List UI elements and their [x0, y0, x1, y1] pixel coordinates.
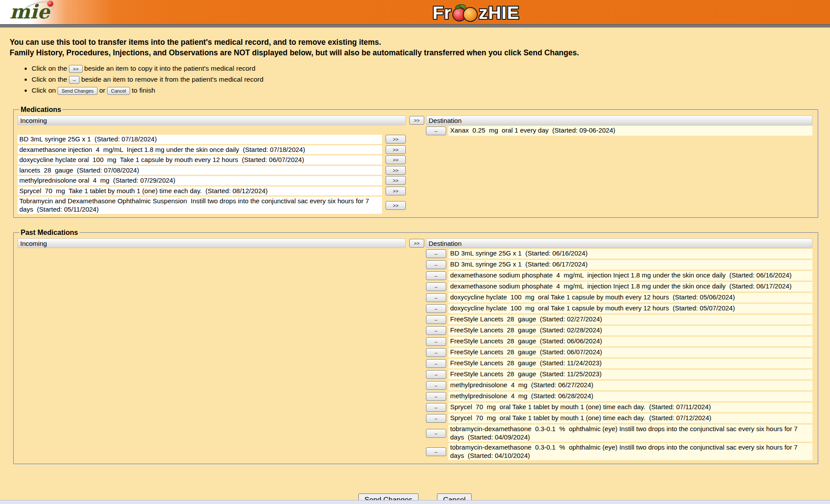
incoming-column-header: Incoming [18, 238, 406, 248]
remove-item-button-example[interactable]: – [69, 76, 79, 84]
medication-text: FreeStyle Lancets 28 gauge (Started: 11/… [448, 359, 812, 368]
destination-medication-row: – doxycycline hyclate 100 mg oral Take 1… [426, 293, 812, 302]
section-fieldset: Past Medications Incoming >> Destination… [13, 229, 819, 464]
froozhie-logo: Fr zHIE [433, 2, 520, 23]
medication-text: FreeStyle Lancets 28 gauge (Started: 11/… [448, 370, 812, 379]
destination-label: Destination [429, 240, 462, 247]
intro-text: You can use this tool to transfer items … [10, 37, 830, 58]
incoming-medication-row: dexamethasone injection 4 mg/mL Inject 1… [18, 145, 406, 155]
copy-item-button[interactable]: >> [386, 145, 406, 154]
section-column-headers: Incoming >> Destination [18, 238, 812, 248]
sections-container: Medications Incoming >> Destination BD 3… [0, 106, 830, 464]
destination-medication-row: – doxycycline hyclate 100 mg oral Take 1… [426, 304, 812, 313]
remove-item-button[interactable]: – [426, 249, 446, 258]
copy-item-button[interactable]: >> [386, 155, 406, 164]
instruction-text: to finish [132, 86, 155, 94]
remove-item-button[interactable]: – [426, 326, 446, 335]
remove-item-button[interactable]: – [426, 126, 446, 135]
medication-text: doxycycline hyclate 100 mg oral Take 1 c… [448, 304, 812, 313]
remove-item-button[interactable]: – [426, 381, 446, 390]
instruction-copy: Click on the>>beside an item to copy it … [32, 64, 830, 73]
section-columns: BD 3mL syringe 25G x 1 (Started: 07/18/2… [18, 126, 812, 214]
intro-line-1: You can use this tool to transfer items … [10, 37, 830, 47]
remove-item-button[interactable]: – [426, 392, 446, 401]
section-title: Medications [19, 106, 62, 114]
instruction-finish: Click onSend ChangesorCancelto finish [32, 86, 830, 95]
incoming-label: Incoming [20, 117, 47, 124]
copy-item-button[interactable]: >> [386, 187, 406, 195]
medication-text: tobramycin-dexamethasone 0.3-0.1 % ophth… [448, 443, 812, 460]
remove-item-button[interactable]: – [426, 447, 446, 456]
medication-text: BD 3mL syringe 25G x 1 (Started: 06/17/2… [448, 260, 812, 270]
incoming-medication-row: lancets 28 gauge (Started: 07/08/2024) >… [18, 166, 406, 175]
remove-item-button[interactable]: – [426, 429, 446, 438]
medication-text: doxycycline hyclate 100 mg oral Take 1 c… [448, 293, 812, 302]
remove-item-button[interactable]: – [426, 304, 446, 313]
cancel-button-example[interactable]: Cancel [107, 87, 130, 95]
copy-item-button[interactable]: >> [386, 166, 406, 175]
instruction-text: Click on [32, 86, 56, 94]
copy-all-button[interactable]: >> [409, 239, 424, 248]
medication-text: Tobramycin and Dexamethasone Ophthalmic … [18, 197, 382, 214]
instruction-text: Click on the [32, 76, 67, 83]
remove-item-button[interactable]: – [426, 414, 446, 423]
medication-text: FreeStyle Lancets 28 gauge (Started: 06/… [448, 348, 812, 357]
copy-item-button[interactable]: >> [386, 201, 406, 210]
destination-medication-row: – Xanax 0.25 mg oral 1 every day (Starte… [426, 126, 812, 136]
destination-medication-row: – methylprednisolone 4 mg (Started: 06/2… [426, 392, 812, 401]
instruction-text: or [99, 86, 105, 94]
medication-text: dexamethasone injection 4 mg/mL Inject 1… [18, 145, 382, 155]
medication-text: Sprycel 70 mg oral Take 1 tablet by mout… [448, 403, 812, 412]
medication-text: BD 3mL syringe 25G x 1 (Started: 06/16/2… [448, 249, 812, 259]
medication-text: doxycycline hyclate oral 100 mg Take 1 c… [18, 155, 382, 165]
medication-text: FreeStyle Lancets 28 gauge (Started: 02/… [448, 315, 812, 324]
incoming-column-header: Incoming [18, 115, 406, 125]
medication-text: dexamethasone sodium phosphate 4 mg/mL i… [448, 282, 812, 292]
remove-item-button[interactable]: – [426, 271, 446, 280]
medication-text: Sprycel 70 mg Take 1 tablet by mouth 1 (… [18, 187, 382, 196]
remove-item-button[interactable]: – [426, 403, 446, 412]
mie-logo-text: mie [10, 1, 50, 23]
medication-text: Sprycel 70 mg oral Take 1 tablet by mout… [448, 414, 812, 423]
instruction-remove: Click on the–beside an item to remove it… [32, 75, 830, 84]
destination-medication-row: – FreeStyle Lancets 28 gauge (Started: 0… [426, 348, 812, 357]
destination-medication-row: – dexamethasone sodium phosphate 4 mg/mL… [426, 282, 812, 292]
remove-item-button[interactable]: – [426, 370, 446, 379]
medication-text: lancets 28 gauge (Started: 07/08/2024) [18, 166, 382, 175]
app-header: mie Fr zHIE [0, 0, 830, 24]
medication-text: methylprednisolone 4 mg (Started: 06/27/… [448, 381, 812, 390]
remove-item-button[interactable]: – [426, 282, 446, 291]
incoming-medication-row: Sprycel 70 mg Take 1 tablet by mouth 1 (… [18, 187, 406, 196]
intro-line-2: Family History, Procedures, Injections, … [10, 47, 830, 58]
copy-all-button[interactable]: >> [409, 116, 424, 125]
send-changes-button-example[interactable]: Send Changes [58, 87, 97, 95]
remove-item-button[interactable]: – [426, 315, 446, 324]
section-column-headers: Incoming >> Destination [18, 115, 812, 125]
destination-medication-row: – FreeStyle Lancets 28 gauge (Started: 0… [426, 337, 812, 346]
destination-medication-row: – dexamethasone sodium phosphate 4 mg/mL… [426, 271, 812, 281]
destination-medication-row: – tobramycin-dexamethasone 0.3-0.1 % oph… [426, 443, 812, 460]
mie-logo: mie [7, 1, 60, 24]
medication-text: dexamethasone sodium phosphate 4 mg/mL i… [448, 271, 812, 281]
remove-item-button[interactable]: – [426, 337, 446, 346]
incoming-label: Incoming [20, 240, 47, 247]
copy-item-button[interactable]: >> [386, 176, 406, 185]
instruction-text: beside an item to copy it into the patie… [84, 65, 256, 72]
bottom-scrollbar[interactable] [0, 500, 830, 504]
destination-medication-row: – FreeStyle Lancets 28 gauge (Started: 1… [426, 370, 812, 379]
destination-column-header: Destination [426, 238, 812, 248]
destination-medication-row: – FreeStyle Lancets 28 gauge (Started: 1… [426, 359, 812, 368]
destination-medication-row: – BD 3mL syringe 25G x 1 (Started: 06/16… [426, 249, 812, 259]
remove-item-button[interactable]: – [426, 359, 446, 368]
section-title: Past Medications [19, 229, 79, 237]
instruction-text: Click on the [32, 65, 67, 72]
froozhie-logo-text-left: Fr [433, 3, 451, 23]
medication-text: FreeStyle Lancets 28 gauge (Started: 06/… [448, 337, 812, 346]
medication-text: tobramycin-dexamethasone 0.3-0.1 % ophth… [448, 425, 812, 442]
remove-item-button[interactable]: – [426, 348, 446, 357]
medication-text: methylprednisolone oral 4 mg (Started: 0… [18, 176, 382, 185]
remove-item-button[interactable]: – [426, 260, 446, 269]
remove-item-button[interactable]: – [426, 293, 446, 302]
copy-item-button[interactable]: >> [386, 135, 406, 144]
copy-item-button-example[interactable]: >> [69, 65, 83, 73]
